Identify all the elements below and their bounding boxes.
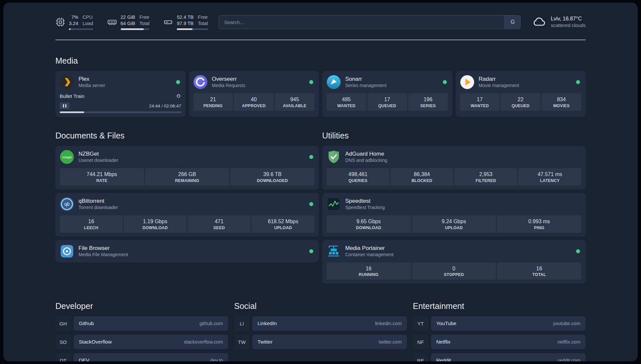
bookmark-abbr: SO bbox=[55, 335, 71, 349]
stat-label: UPLOAD bbox=[254, 226, 313, 230]
stat-value: 9.65 Gbps bbox=[328, 218, 409, 225]
stat-label: DOWNLOADED bbox=[232, 178, 313, 183]
bookmark-linkedin[interactable]: LI LinkedIn linkedin.com bbox=[234, 316, 407, 331]
stat-value: 498,461 bbox=[328, 171, 387, 178]
stat-value: 16 bbox=[328, 265, 409, 272]
svg-text:nzbget: nzbget bbox=[62, 155, 72, 159]
service-description: Usenet downloader bbox=[78, 158, 305, 164]
stat-label: RUNNING bbox=[328, 272, 409, 277]
service-card-plex[interactable]: Plex Media server Bullet Train bbox=[55, 71, 186, 117]
stat-label: QUERIES bbox=[328, 178, 387, 183]
section-entertainment: Entertainment YT YouTube youtube.com NF … bbox=[413, 301, 586, 361]
service-name: Media Portainer bbox=[345, 245, 572, 252]
memory-label-bottom: Total bbox=[139, 20, 150, 27]
service-card-qbittorrent[interactable]: qb qBittorrent Torrent downloader 16 LEE… bbox=[55, 193, 319, 237]
stat-label: SEED bbox=[190, 226, 249, 230]
service-name: Overseerr bbox=[212, 76, 305, 82]
stat: 471 SEED bbox=[188, 215, 251, 233]
dashboard: 7% 3.24 CPU Load bbox=[3, 3, 638, 361]
disk-total-value: 97.9 TB bbox=[177, 20, 194, 27]
service-description: Container management bbox=[345, 252, 572, 258]
service-description: Media File Management bbox=[78, 252, 305, 258]
stat: 22 QUEUED bbox=[501, 93, 540, 111]
sonarr-icon bbox=[326, 75, 341, 89]
status-dot bbox=[576, 249, 580, 253]
stat-value: 9.24 Gbps bbox=[414, 218, 494, 225]
stat: 2,953 FILTERED bbox=[454, 168, 517, 186]
search-provider-button[interactable]: G bbox=[504, 15, 520, 29]
now-playing-widget: Bullet Train 24:44 / 02:06:47 bbox=[60, 93, 181, 113]
bookmark-name: YouTube bbox=[436, 320, 456, 326]
bookmark-netflix[interactable]: NF Netflix netflix.com bbox=[413, 335, 586, 349]
bookmark-url: stackoverflow.com bbox=[184, 339, 223, 345]
service-card-sonarr[interactable]: Sonarr Series management 485 WANTED 17 Q… bbox=[322, 71, 452, 117]
stat-value: 47.571 ms bbox=[520, 171, 579, 178]
bookmark-stackoverflow[interactable]: SO StackOverflow stackoverflow.com bbox=[55, 335, 228, 349]
stat-label: DOWNLOAD bbox=[126, 226, 185, 230]
cpu-label-top: CPU bbox=[82, 14, 93, 20]
bookmark-url: youtube.com bbox=[553, 321, 580, 326]
bookmark-name: LinkedIn bbox=[258, 320, 277, 326]
section-title-social: Social bbox=[234, 301, 407, 311]
bookmark-url: netflix.com bbox=[558, 339, 580, 345]
section-social: Social LI LinkedIn linkedin.com TW Twitt… bbox=[234, 301, 407, 353]
service-card-adguard[interactable]: AdGuard Home DNS and adblocking 498,461 … bbox=[322, 146, 586, 190]
topbar-divider bbox=[55, 40, 586, 40]
pause-button[interactable] bbox=[60, 103, 70, 109]
cloud-icon bbox=[531, 14, 546, 30]
status-dot bbox=[443, 80, 447, 84]
service-card-nzbget[interactable]: nzbget NZBGet Usenet downloader 744.21 M… bbox=[55, 146, 319, 190]
bookmark-dev[interactable]: DT DEV dev.to bbox=[55, 353, 228, 361]
stat-value: 945 bbox=[277, 96, 313, 103]
stat: 945 AVAILABLE bbox=[275, 93, 315, 111]
bookmark-youtube[interactable]: YT YouTube youtube.com bbox=[413, 316, 586, 331]
cpu-usage-bar bbox=[69, 28, 93, 30]
cpu-icon bbox=[55, 17, 65, 27]
section-title-documents: Documents & Files bbox=[55, 131, 319, 140]
bookmark-abbr: YT bbox=[413, 316, 428, 331]
memory-free-value: 22 GiB bbox=[121, 14, 135, 20]
stat-value: 17 bbox=[462, 96, 498, 103]
service-name: NZBGet bbox=[78, 150, 305, 157]
bookmark-reddit[interactable]: RE Reddit reddit.com bbox=[413, 353, 586, 361]
service-card-speedtest[interactable]: Speedtest Speedtest Tracking 9.65 Gbps D… bbox=[322, 193, 586, 237]
service-description: Speedtest Tracking bbox=[345, 205, 581, 211]
stat-value: 16 bbox=[499, 265, 579, 272]
bookmark-github[interactable]: GH Github github.com bbox=[55, 316, 228, 331]
status-dot bbox=[309, 249, 313, 253]
stat-label: TOTAL bbox=[499, 272, 579, 277]
adguard-icon bbox=[326, 150, 341, 164]
bookmark-abbr: TW bbox=[234, 335, 250, 349]
plex-icon bbox=[60, 75, 74, 89]
stat-label: QUEUED bbox=[369, 104, 405, 108]
service-card-overseerr[interactable]: Overseerr Media Requests 21 PENDING 40 A… bbox=[189, 71, 319, 117]
stat: 266 GB REMAINING bbox=[145, 168, 229, 186]
memory-total-value: 64 GiB bbox=[121, 20, 135, 27]
search-input[interactable] bbox=[219, 15, 505, 29]
search-bar: G bbox=[219, 15, 521, 29]
stat-value: 40 bbox=[236, 96, 272, 103]
bookmark-abbr: DT bbox=[55, 353, 71, 361]
weather-widget[interactable]: Lviv, 16.87°C scattered clouds bbox=[531, 14, 586, 30]
service-card-portainer[interactable]: Media Portainer Container management 16 … bbox=[322, 240, 586, 284]
stat: 16 LEECH bbox=[60, 215, 123, 233]
service-name: File Browser bbox=[78, 245, 305, 252]
stat: 86,384 BLOCKED bbox=[390, 168, 453, 186]
service-name: Radarr bbox=[479, 76, 572, 82]
settings-gear-icon[interactable] bbox=[176, 93, 181, 99]
stat: 40 APPROVED bbox=[234, 93, 274, 111]
stat: 21 PENDING bbox=[193, 93, 233, 111]
section-title-media: Media bbox=[55, 56, 586, 66]
bookmark-twitter[interactable]: TW Twitter twitter.com bbox=[234, 335, 407, 349]
service-card-radarr[interactable]: Radarr Movie management 17 WANTED 22 QUE… bbox=[456, 71, 586, 117]
bookmark-url: twitter.com bbox=[379, 339, 402, 345]
service-card-filebrowser[interactable]: File Browser Media File Management bbox=[55, 240, 319, 262]
disk-usage-bar bbox=[177, 28, 208, 30]
stat-label: WANTED bbox=[462, 104, 498, 108]
stat-value: 22 bbox=[503, 96, 538, 103]
stat-label: QUEUED bbox=[503, 104, 538, 108]
playback-time: 24:44 / 02:06:47 bbox=[149, 104, 181, 108]
stat: 17 WANTED bbox=[460, 93, 500, 111]
bookmark-url: linkedin.com bbox=[375, 321, 402, 326]
stat-label: DOWNLOAD bbox=[328, 226, 409, 230]
